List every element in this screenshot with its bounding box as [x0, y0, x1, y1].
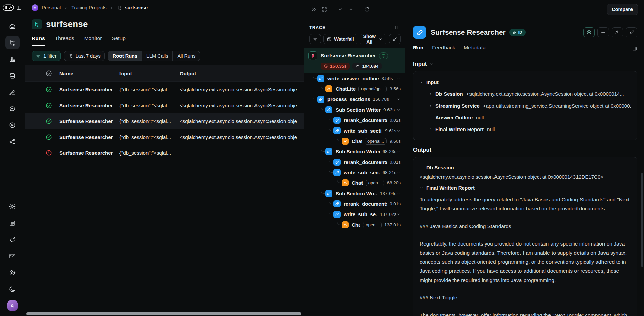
detail-tab-metadata[interactable]: Metadata — [464, 45, 486, 54]
sidebar-item-share-nodes[interactable] — [5, 135, 20, 148]
filter-button[interactable]: 1 filter — [32, 51, 61, 61]
column-output[interactable]: Output — [180, 70, 297, 76]
workspace-avatar[interactable] — [32, 4, 38, 11]
row-checkbox[interactable] — [32, 118, 32, 124]
vertical-scrollbar[interactable] — [641, 173, 643, 267]
tab-monitor[interactable]: Monitor — [84, 35, 102, 46]
span-duration: 137.04s — [380, 191, 396, 196]
detail-tab-feedback[interactable]: Feedback — [432, 45, 455, 54]
sidebar-item-pen[interactable] — [5, 85, 20, 99]
table-row[interactable]: Surfsense Researcher {"db_session":"<sql… — [25, 145, 304, 161]
collapse-sidebar-icon[interactable] — [16, 5, 22, 11]
trace-span-row[interactable]: Chat... open... 68.20s — [304, 178, 405, 188]
annotate-button[interactable] — [626, 27, 637, 37]
table-row[interactable]: Surfsense Researcher {"db_session":"<sql… — [25, 97, 304, 113]
trace-span-row[interactable]: Sub Section Writer 9.63s — [304, 105, 405, 115]
input-field-row[interactable]: Final Written Report null — [420, 123, 631, 135]
waterfall-button[interactable]: Waterfall — [323, 34, 357, 44]
panel-right-icon[interactable] — [632, 46, 637, 54]
trace-span-row[interactable]: write_answer_outline 3.56s — [304, 73, 405, 84]
chevron-down-icon[interactable] — [396, 191, 401, 196]
sidebar-item-comment-plus[interactable] — [5, 102, 20, 115]
trace-span-row[interactable]: write_sub_secti... 9.61s — [304, 125, 405, 136]
tab-setup[interactable]: Setup — [112, 35, 126, 46]
output-db-session-row[interactable]: Db Session — [420, 162, 631, 173]
row-checkbox[interactable] — [32, 102, 32, 109]
collapse-panel-icon[interactable] — [311, 6, 317, 12]
chevron-down-icon[interactable] — [396, 108, 401, 112]
compare-button[interactable]: Compare — [607, 4, 638, 15]
sidebar-item-database[interactable] — [5, 69, 20, 82]
sidebar-item-moon[interactable] — [5, 282, 20, 296]
horizontal-scrollbar[interactable] — [26, 312, 301, 315]
trace-span-row[interactable]: write_sub_sec... 68.21s — [304, 167, 405, 178]
sidebar-item-home[interactable] — [5, 19, 20, 33]
trace-span-row[interactable]: Sub Section Wri... 137.04s — [304, 188, 405, 199]
sidebar-item-user-plus[interactable] — [5, 266, 20, 279]
collapse-all-button[interactable] — [389, 34, 401, 44]
breadcrumb-tracing-projects[interactable]: Tracing Projects — [71, 5, 106, 10]
trace-span-row[interactable]: ChatLite... openai/gp... 3.56s — [304, 84, 405, 94]
segment-root-runs[interactable]: Root Runs — [108, 51, 142, 61]
tab-runs[interactable]: Runs — [32, 35, 45, 46]
run-id-badge[interactable]: ID — [509, 29, 526, 36]
sidebar-item-trace[interactable] — [5, 36, 20, 49]
panel-right-icon[interactable] — [394, 25, 400, 30]
share-button[interactable] — [612, 27, 623, 37]
row-checkbox[interactable] — [32, 150, 32, 156]
trace-span-row[interactable]: write_sub_se... 137.02s — [304, 209, 405, 220]
table-row[interactable]: Surfsense Researcher {"db_session":"<sql… — [25, 81, 304, 97]
input-field-row[interactable]: Answer Outline null — [420, 112, 631, 123]
row-checkbox[interactable] — [32, 134, 32, 140]
input-section-header[interactable]: Input — [413, 61, 637, 67]
tab-threads[interactable]: Threads — [55, 35, 74, 46]
trace-span-row[interactable]: rerank_documents 0.01s — [304, 199, 405, 209]
breadcrumb-project[interactable]: surfsense — [117, 5, 148, 10]
trace-span-row[interactable]: rerank_documents 0.02s — [304, 115, 405, 125]
table-row[interactable]: Surfsense Researcher {"db_session":"<sql… — [25, 113, 304, 129]
trace-span-row[interactable]: Sub Section Writer 68.23s — [304, 146, 405, 157]
sidebar-item-columns[interactable] — [5, 52, 20, 66]
chevron-down-icon[interactable] — [396, 149, 401, 154]
row-checkbox[interactable] — [32, 86, 32, 93]
user-avatar[interactable] — [7, 300, 18, 311]
chevron-down-icon[interactable] — [396, 97, 401, 102]
segment-all-runs[interactable]: All Runs — [172, 51, 200, 61]
chevron-down-icon[interactable] — [396, 170, 401, 175]
chevron-down-icon[interactable] — [396, 128, 401, 133]
output-report-row[interactable]: Final Written Report — [420, 182, 631, 193]
sidebar-item-doc[interactable] — [5, 216, 20, 230]
trace-span-row[interactable]: Chat... open... 137.01s — [304, 220, 405, 230]
output-section-header[interactable]: Output — [413, 147, 637, 153]
segment-llm-calls[interactable]: LLM Calls — [142, 51, 172, 61]
playground-button[interactable] — [583, 27, 595, 37]
chevron-down-icon[interactable] — [396, 212, 401, 217]
add-to-dataset-button[interactable] — [597, 27, 609, 37]
expand-fullscreen-icon[interactable] — [321, 6, 327, 12]
sidebar-item-mail[interactable] — [5, 249, 20, 263]
trace-span-row[interactable]: rerank_documents 0.01s — [304, 157, 405, 167]
detail-tab-run[interactable]: Run — [413, 45, 423, 54]
sidebar-item-gear[interactable] — [5, 200, 20, 213]
sidebar-item-play-circle[interactable] — [5, 118, 20, 132]
date-range-button[interactable]: Last 7 days — [64, 51, 105, 61]
select-all-checkbox[interactable] — [32, 70, 32, 77]
show-all-dropdown[interactable]: Show All — [360, 34, 386, 44]
input-root-row[interactable]: Input — [420, 76, 631, 88]
column-input[interactable]: Input — [119, 70, 180, 76]
chevron-down-icon[interactable] — [396, 76, 401, 81]
previous-run-icon[interactable] — [348, 6, 354, 12]
trace-root-row[interactable]: Surfsense Researcher 160.35s 104,684 — [304, 48, 405, 73]
chevron-right-icon — [109, 6, 114, 10]
breadcrumb-personal[interactable]: Personal — [42, 5, 61, 10]
next-run-icon[interactable] — [337, 6, 343, 12]
trace-span-row[interactable]: Chat... openai... 9.60s — [304, 136, 405, 146]
input-field-row[interactable]: Db Session <sqlalchemy.ext.asyncio.sessi… — [420, 88, 631, 100]
table-row[interactable]: Surfsense Researcher {"db_session":"<sql… — [25, 129, 304, 145]
trace-filter-button[interactable] — [309, 34, 321, 44]
input-field-row[interactable]: Streaming Service <app.utils.streaming_s… — [420, 100, 631, 112]
trace-span-row[interactable]: process_sections 156.78s — [304, 94, 405, 105]
column-name[interactable]: Name — [59, 70, 119, 76]
status-column-icon — [45, 70, 59, 77]
sidebar-item-bell-plus[interactable] — [5, 233, 20, 246]
